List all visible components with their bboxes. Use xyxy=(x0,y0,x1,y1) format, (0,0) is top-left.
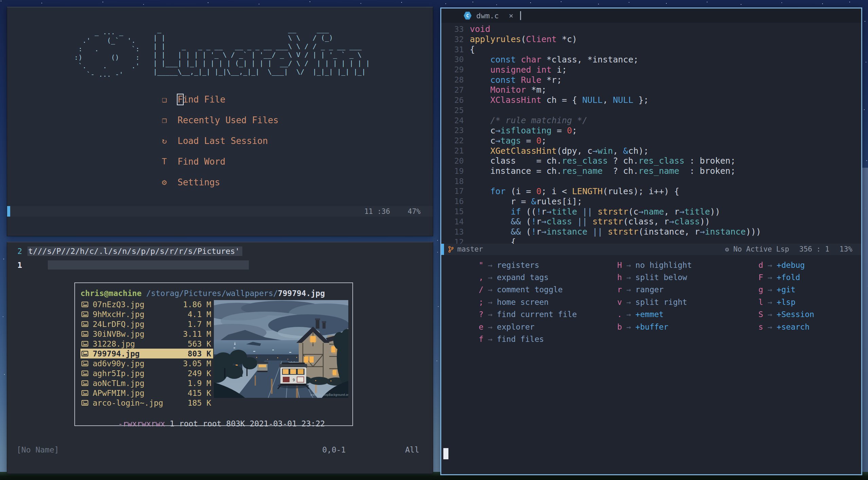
line-number: 19 xyxy=(441,167,464,176)
image-file-icon xyxy=(81,370,89,376)
file-row-9hMxcHr.jpg[interactable]: 9hMxcHr.jpg4.1 M xyxy=(80,309,213,319)
arrow-right-icon: → xyxy=(488,310,493,319)
dashboard-menu-item-settings[interactable]: ⚙Settings xyxy=(159,177,433,188)
file-row-799794.jpg[interactable]: 799794.jpg803 K xyxy=(80,349,213,358)
whichkey-key: f xyxy=(468,335,483,344)
file-row-30iNVBw.jpg[interactable]: 30iNVBw.jpg3.11 M xyxy=(80,329,213,339)
image-preview: 9 www.DesktopBackground.org xyxy=(214,300,348,398)
arrow-right-icon: → xyxy=(488,298,493,307)
code-line: 32applyrules(Client *c) xyxy=(441,34,861,44)
whichkey-key: S xyxy=(747,310,763,319)
buffer-name: [No Name] xyxy=(17,445,59,454)
whichkey-key: b xyxy=(606,322,622,331)
file-size: 563 K xyxy=(188,339,211,348)
code-area[interactable]: 33void32applyrules(Client *c)31{30 const… xyxy=(441,23,861,244)
image-file-icon xyxy=(81,351,89,357)
file-row-ad6v90y.jpg[interactable]: ad6v90y.jpg3.05 M xyxy=(80,358,213,368)
line-text: const Rule *r; xyxy=(470,75,562,85)
file-row-24LrDFQ.jpg[interactable]: 24LrDFQ.jpg1.7 M xyxy=(80,319,213,329)
file-name: ad6v90y.jpg xyxy=(93,359,183,368)
whichkey-key: h xyxy=(606,273,622,282)
tab-dwm-c[interactable]: C dwm.c ✕ xyxy=(441,8,513,23)
dashboard-menu-item-recently-used-files[interactable]: ❐Recently Used Files xyxy=(159,114,433,126)
line-number: 18 xyxy=(441,177,464,186)
stars xyxy=(1,1,1,1)
file-name: 07nEzQ3.jpg xyxy=(93,300,183,309)
whichkey-key: g xyxy=(747,285,763,294)
file-row-07nEzQ3.jpg[interactable]: 07nEzQ3.jpg1.86 M xyxy=(80,299,213,309)
image-file-icon xyxy=(81,301,89,308)
menu-item-label: Settings xyxy=(178,177,220,187)
line-text: XGetClassHint(dpy, c→win, &ch); xyxy=(470,146,649,156)
close-icon[interactable]: ✕ xyxy=(509,12,513,20)
c-language-icon: C xyxy=(464,12,472,20)
code-line: 27 Monitor *m; xyxy=(441,85,861,95)
scroll-percent: 13% xyxy=(839,245,852,253)
wallpaper-preview-image: 9 www.DesktopBackground.org xyxy=(214,300,348,398)
dashboard-menu-item-load-last-session[interactable]: ↻Load Last Session xyxy=(159,135,433,147)
file-size: 4.1 M xyxy=(188,310,211,319)
background-mountain xyxy=(862,168,868,473)
file-row-31228.jpg[interactable]: 31228.jpg563 K xyxy=(80,339,213,349)
arrow-right-icon: → xyxy=(768,310,772,319)
scroll-indicator: All xyxy=(405,445,419,454)
file-row-APwFMIM.jpg[interactable]: APwFMIM.jpg415 K xyxy=(80,388,213,398)
svg-text:9: 9 xyxy=(293,378,295,382)
image-file-icon xyxy=(81,380,89,386)
dashboard-menu-item-find-file[interactable]: ❏Find File xyxy=(159,94,433,105)
file-row-arco-login~.jpg[interactable]: arco-login~.jpg185 K xyxy=(80,398,213,408)
image-file-icon xyxy=(81,390,89,396)
dashboard-position: 11 :36 xyxy=(364,207,390,216)
line-number: 23 xyxy=(441,126,464,135)
whichkey-key: s xyxy=(747,322,763,331)
line-number: 25 xyxy=(441,106,464,115)
whichkey-key: " xyxy=(468,261,483,270)
line-text: c→isfloating = 0; xyxy=(470,126,577,135)
arrow-right-icon: → xyxy=(626,310,631,319)
line-number: 17 xyxy=(441,187,464,196)
whichkey-binding--git: g→+git xyxy=(747,283,814,296)
file-row-aoNcTLm.jpg[interactable]: aoNcTLm.jpg1.9 M xyxy=(80,378,213,388)
whichkey-label: home screen xyxy=(497,298,549,307)
file-row-aghr5Ip.jpg[interactable]: aghr5Ip.jpg249 K xyxy=(80,368,213,378)
file-size: 803 K xyxy=(188,349,211,358)
code-line: 30 const char *class, *instance; xyxy=(441,55,861,65)
whichkey-key: ? xyxy=(468,310,483,319)
arrow-right-icon: → xyxy=(768,273,772,282)
code-line: 21 XGetClassHint(dpy, c→win, &ch); xyxy=(441,146,861,156)
editor-statusline: master ⚙ No Active Lsp 356 : 1 13% xyxy=(441,244,861,255)
terminal-cursor xyxy=(443,448,448,459)
whichkey-key: ; xyxy=(468,298,483,307)
dashboard-header-art: _ ... _ .' (_` '. : . `: :) () : `. . .'… xyxy=(7,7,433,79)
line-text: const char *class, *instance; xyxy=(470,55,639,64)
small-tram xyxy=(257,362,268,372)
file-name: APwFMIM.jpg xyxy=(93,389,188,398)
dashboard-status-right: 11 :36 47% xyxy=(364,207,433,216)
whichkey-binding-split-right: v→split right xyxy=(606,296,692,308)
file-name: 9hMxcHr.jpg xyxy=(93,310,188,319)
whichkey-key: l xyxy=(747,298,763,307)
line-text: && (!r→class || strstr(class, r→class)) xyxy=(470,217,710,226)
whichkey-label: no highlight xyxy=(635,261,692,270)
whichkey-label: find files xyxy=(497,335,544,344)
dashboard-menu-item-find-word[interactable]: TFind Word xyxy=(159,156,433,167)
mode-indicator-bar xyxy=(441,244,444,255)
image-file-icon xyxy=(81,400,89,406)
whichkey-binding-home-screen: ;→home screen xyxy=(468,296,577,308)
line-number: 16 xyxy=(441,197,464,206)
branch-name: master xyxy=(457,245,483,253)
line-col-position: 356 : 1 xyxy=(799,245,830,253)
line-number-current: 1 xyxy=(7,261,22,270)
line-text: c→tags = 0; xyxy=(470,136,547,146)
line-number: 31 xyxy=(441,45,464,54)
whichkey-column-2: H→no highlighth→split belowr→rangerv→spl… xyxy=(606,259,692,333)
selection-highlight-block xyxy=(48,260,249,270)
whichkey-binding--emmet: .→+emmet xyxy=(606,308,692,320)
whichkey-binding-expand-tags: ,→expand tags xyxy=(468,271,577,283)
whichkey-label: +emmet xyxy=(635,310,664,319)
line-text: if ((!r→title || strstr(c→name, r→title)… xyxy=(470,207,720,217)
file-size: 415 K xyxy=(188,389,211,398)
line-text: instance = ch.res_name ? ch.res_name : b… xyxy=(470,166,736,176)
desktop-background: _ ... _ .' (_` '. : . `: :) () : `. . .'… xyxy=(0,0,868,480)
load-last-session-icon: ↻ xyxy=(159,136,170,146)
